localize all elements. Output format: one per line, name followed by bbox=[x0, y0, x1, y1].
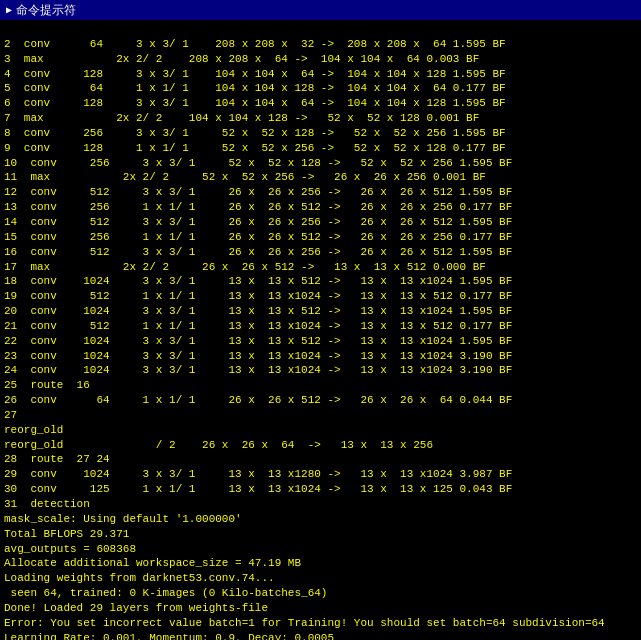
console[interactable]: 2 conv 64 3 x 3/ 1 208 x 208 x 32 -> 208… bbox=[0, 20, 641, 640]
console-line: 28 route 27 24 bbox=[4, 452, 637, 467]
console-line: 15 conv 256 1 x 1/ 1 26 x 26 x 512 -> 26… bbox=[4, 230, 637, 245]
console-line: Loading weights from darknet53.conv.74..… bbox=[4, 571, 637, 586]
console-line: reorg_old / 2 26 x 26 x 64 -> 13 x 13 x … bbox=[4, 438, 637, 453]
console-line: seen 64, trained: 0 K-images (0 Kilo-bat… bbox=[4, 586, 637, 601]
console-line: Allocate additional workspace_size = 47.… bbox=[4, 556, 637, 571]
console-line: 13 conv 256 1 x 1/ 1 26 x 26 x 512 -> 26… bbox=[4, 200, 637, 215]
console-line: 20 conv 1024 3 x 3/ 1 13 x 13 x 512 -> 1… bbox=[4, 304, 637, 319]
title-bar-title: 命令提示符 bbox=[16, 2, 76, 19]
console-line: 14 conv 512 3 x 3/ 1 26 x 26 x 256 -> 26… bbox=[4, 215, 637, 230]
console-line: 31 detection bbox=[4, 497, 637, 512]
console-line: mask_scale: Using default '1.000000' bbox=[4, 512, 637, 527]
console-line: 2 conv 64 3 x 3/ 1 208 x 208 x 32 -> 208… bbox=[4, 37, 637, 52]
title-bar-icon: ▶ bbox=[6, 4, 12, 16]
console-line: 16 conv 512 3 x 3/ 1 26 x 26 x 256 -> 26… bbox=[4, 245, 637, 260]
console-line: 9 conv 128 1 x 1/ 1 52 x 52 x 256 -> 52 … bbox=[4, 141, 637, 156]
console-line: 8 conv 256 3 x 3/ 1 52 x 52 x 128 -> 52 … bbox=[4, 126, 637, 141]
console-line: 6 conv 128 3 x 3/ 1 104 x 104 x 64 -> 10… bbox=[4, 96, 637, 111]
console-line: avg_outputs = 608368 bbox=[4, 542, 637, 557]
console-line: 23 conv 1024 3 x 3/ 1 13 x 13 x1024 -> 1… bbox=[4, 349, 637, 364]
console-line: 11 max 2x 2/ 2 52 x 52 x 256 -> 26 x 26 … bbox=[4, 170, 637, 185]
console-line: 30 conv 125 1 x 1/ 1 13 x 13 x1024 -> 13… bbox=[4, 482, 637, 497]
console-line: 26 conv 64 1 x 1/ 1 26 x 26 x 512 -> 26 … bbox=[4, 393, 637, 408]
console-line: 7 max 2x 2/ 2 104 x 104 x 128 -> 52 x 52… bbox=[4, 111, 637, 126]
console-line: reorg_old bbox=[4, 423, 637, 438]
console-line: 29 conv 1024 3 x 3/ 1 13 x 13 x1280 -> 1… bbox=[4, 467, 637, 482]
console-line: 5 conv 64 1 x 1/ 1 104 x 104 x 128 -> 10… bbox=[4, 81, 637, 96]
title-bar: ▶ 命令提示符 bbox=[0, 0, 641, 20]
console-line: 12 conv 512 3 x 3/ 1 26 x 26 x 256 -> 26… bbox=[4, 185, 637, 200]
console-line: 22 conv 1024 3 x 3/ 1 13 x 13 x 512 -> 1… bbox=[4, 334, 637, 349]
console-line: 17 max 2x 2/ 2 26 x 26 x 512 -> 13 x 13 … bbox=[4, 260, 637, 275]
console-line: 10 conv 256 3 x 3/ 1 52 x 52 x 128 -> 52… bbox=[4, 156, 637, 171]
console-line: 25 route 16 bbox=[4, 378, 637, 393]
console-line: Learning Rate: 0.001, Momentum: 0.9, Dec… bbox=[4, 631, 637, 640]
console-line: 4 conv 128 3 x 3/ 1 104 x 104 x 64 -> 10… bbox=[4, 67, 637, 82]
console-line: 24 conv 1024 3 x 3/ 1 13 x 13 x1024 -> 1… bbox=[4, 363, 637, 378]
console-line: 21 conv 512 1 x 1/ 1 13 x 13 x1024 -> 13… bbox=[4, 319, 637, 334]
console-line: Error: You set incorrect value batch=1 f… bbox=[4, 616, 637, 631]
console-line: 18 conv 1024 3 x 3/ 1 13 x 13 x 512 -> 1… bbox=[4, 274, 637, 289]
console-line: Total BFLOPS 29.371 bbox=[4, 527, 637, 542]
console-line: Done! Loaded 29 layers from weights-file bbox=[4, 601, 637, 616]
console-line: 27 bbox=[4, 408, 637, 423]
console-line: 3 max 2x 2/ 2 208 x 208 x 64 -> 104 x 10… bbox=[4, 52, 637, 67]
console-line: 19 conv 512 1 x 1/ 1 13 x 13 x1024 -> 13… bbox=[4, 289, 637, 304]
